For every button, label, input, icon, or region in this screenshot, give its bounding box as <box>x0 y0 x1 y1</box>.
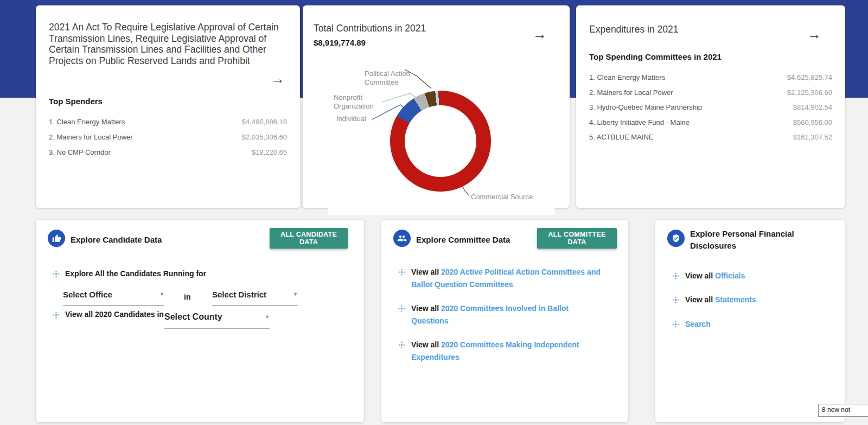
committee-link-row: View all 2020 Committees Making Independ… <box>411 339 602 364</box>
committee-name: 5. ACTBLUE MAINE <box>589 133 653 141</box>
move-bullet-icon <box>52 270 60 278</box>
view-all-label: View all <box>411 268 441 276</box>
thumbs-up-icon <box>48 230 65 247</box>
notification-bar[interactable]: 8 new not <box>818 404 868 417</box>
chart-overflow <box>328 207 554 215</box>
contributions-total: $8,919,774.89 <box>314 38 366 47</box>
forward-arrow-icon[interactable]: → <box>271 72 285 86</box>
view-candidates-label: View all 2020 Candidates in <box>65 310 164 319</box>
committee-amount: $161,307.52 <box>793 133 832 141</box>
ballot-question-card: 2021 An Act To Require Legislative Appro… <box>36 5 300 208</box>
spender-row: 3. No CMP Corridor $18,220.65 <box>49 148 287 158</box>
committee-amount: $814,902.54 <box>793 103 832 111</box>
disclosures-link-row: View all Statements <box>685 294 756 306</box>
in-label: in <box>184 293 190 301</box>
spender-amount: $4,490,886.18 <box>242 118 287 126</box>
spender-row: 2. Mainers for Local Power $2,035,306.60 <box>49 133 287 143</box>
move-bullet-icon <box>672 272 680 280</box>
forward-arrow-icon[interactable]: → <box>807 27 821 41</box>
all-candidate-data-button[interactable]: ALL CANDIDATE DATA <box>270 228 348 249</box>
chart-label-nonprofit: Nonprofit Organization <box>334 93 379 111</box>
committee-row: 4. Liberty Initiative Fund - Maine $560,… <box>589 118 832 128</box>
spender-amount: $2,035,306.60 <box>242 133 287 141</box>
office-select[interactable]: Select Office ▼ <box>63 283 164 306</box>
disclosures-link-row: View all Officials <box>685 270 745 282</box>
move-bullet-icon <box>398 305 406 313</box>
committee-row: 5. ACTBLUE MAINE $161,307.52 <box>589 133 832 143</box>
expenditures-title: Expenditures in 2021 <box>589 24 678 35</box>
expenditures-card: Expenditures in 2021 → Top Spending Comm… <box>576 5 845 208</box>
officials-link[interactable]: Officials <box>715 271 745 280</box>
all-committee-data-button[interactable]: ALL COMMITTEE DATA <box>537 228 617 249</box>
spender-amount: $18,220.65 <box>252 148 287 156</box>
disclosures-card: Explore Personal Financial Disclosures V… <box>655 220 845 422</box>
office-select-value: Select Office <box>63 290 112 299</box>
view-all-label: View all <box>411 304 441 313</box>
spender-name: 3. No CMP Corridor <box>49 148 111 156</box>
district-select-value: Select District <box>212 290 266 299</box>
chart-label-commercial: Commercial Source <box>471 193 533 201</box>
shield-check-icon <box>667 230 685 247</box>
move-bullet-icon <box>672 296 680 304</box>
statements-link[interactable]: Statements <box>715 295 756 304</box>
ballot-question-title: 2021 An Act To Require Legislative Appro… <box>49 22 283 66</box>
committee-row: 2. Mainers for Local Power $2,125,306.60 <box>589 88 832 98</box>
view-all-label: View all <box>685 295 715 304</box>
committee-link-row: View all 2020 Active Political Action Co… <box>411 266 613 291</box>
dropdown-arrow-icon: ▼ <box>159 291 164 297</box>
committee-row: 3. Hydro-Québec Maine Partnership $814,9… <box>589 103 832 113</box>
candidate-card: Explore Candidate Data ALL CANDIDATE DAT… <box>36 220 364 422</box>
dropdown-arrow-icon: ▼ <box>265 314 270 320</box>
committee-row: 1. Clean Energy Matters $4,625,825.74 <box>589 73 832 83</box>
contributions-title: Total Contributions in 2021 <box>314 23 426 34</box>
top-spenders-heading: Top Spenders <box>49 97 103 106</box>
move-bullet-icon <box>672 320 680 328</box>
committee-card-title: Explore Committee Data <box>416 234 510 246</box>
donut-chart[interactable] <box>390 91 491 192</box>
committee-link-row: View all 2020 Committees Involved in Bal… <box>411 302 590 327</box>
notification-text: 8 new not <box>822 406 850 414</box>
committee-name: 3. Hydro-Québec Maine Partnership <box>589 103 702 111</box>
forward-arrow-icon[interactable]: → <box>533 27 547 41</box>
move-bullet-icon <box>52 311 60 319</box>
people-group-icon <box>393 230 411 247</box>
view-all-label: View all <box>685 271 715 280</box>
view-all-label: View all <box>411 340 441 349</box>
spender-row: 1. Clean Energy Matters $4,490,886.18 <box>49 118 287 128</box>
disclosures-link-row: Search <box>685 318 711 331</box>
candidates-running-label: Explore All the Candidates Running for <box>65 269 206 278</box>
chart-label-pac: Political Action Committee <box>365 69 413 87</box>
dropdown-arrow-icon: ▼ <box>293 291 298 297</box>
spender-name: 1. Clean Energy Matters <box>49 118 125 126</box>
committee-name: 2. Mainers for Local Power <box>589 88 673 97</box>
committee-name: 1. Clean Energy Matters <box>589 73 665 81</box>
search-link[interactable]: Search <box>685 320 711 328</box>
committee-card: Explore Committee Data ALL COMMITTEE DAT… <box>381 220 628 422</box>
disclosures-card-title: Explore Personal Financial Disclosures <box>690 228 815 252</box>
candidate-card-title: Explore Candidate Data <box>71 234 162 246</box>
committee-amount: $4,625,825.74 <box>787 73 832 81</box>
move-bullet-icon <box>398 268 406 276</box>
district-select[interactable]: Select District ▼ <box>212 283 298 306</box>
chart-label-individual: Individual <box>336 115 366 123</box>
spender-name: 2. Mainers for Local Power <box>49 133 133 141</box>
dashboard-page: 2021 An Act To Require Legislative Appro… <box>0 0 868 425</box>
donut-hole <box>405 105 476 177</box>
county-select-value: Select County <box>164 312 222 322</box>
contributions-card: Total Contributions in 2021 → $8,919,774… <box>303 5 570 208</box>
committee-name: 4. Liberty Initiative Fund - Maine <box>589 118 690 126</box>
committee-amount: $560,956.00 <box>793 118 832 126</box>
county-select[interactable]: Select County ▼ <box>164 306 270 329</box>
move-bullet-icon <box>398 341 406 349</box>
top-committees-heading: Top Spending Committees in 2021 <box>589 52 722 61</box>
committee-amount: $2,125,306.60 <box>787 88 832 97</box>
